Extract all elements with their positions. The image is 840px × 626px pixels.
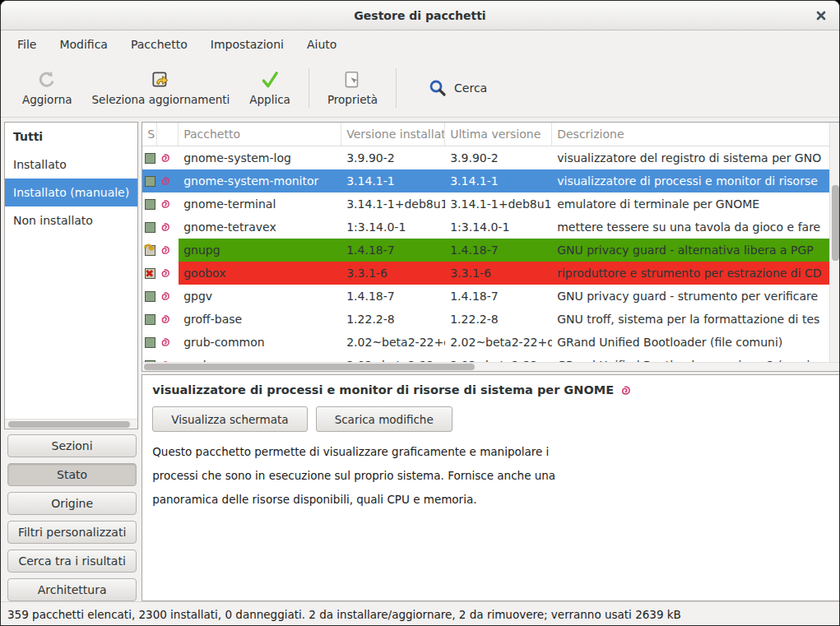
filter-horizontal-scrollbar[interactable]: [5, 419, 137, 429]
scrollbar-thumb[interactable]: [144, 364, 475, 370]
table-main: S Pacchetto Versione installata Ultima v…: [142, 123, 840, 362]
package-name-cell: gnome-terminal: [179, 192, 341, 216]
installed-version-cell: 1.4.18-7: [341, 285, 445, 308]
detail-buttons: Visualizza schermata Scarica modifiche: [152, 406, 830, 432]
description-line: processi che sono in esecuzione sul prop…: [152, 469, 830, 482]
menu-file[interactable]: File: [6, 33, 48, 56]
latest-version-cell: 1.22.2-8: [445, 308, 552, 331]
description-line: Questo pacchetto permette di visualizzar…: [152, 445, 830, 458]
table-row[interactable]: grub-pc 2.02~beta2-22+de 2.02~beta2-22+d…: [142, 354, 829, 362]
installed-version-cell: 1:3.14.0-1: [341, 216, 445, 239]
status-cell: [142, 169, 157, 192]
status-cell: [142, 331, 157, 354]
table-row[interactable]: grub-common 2.02~beta2-22+de 2.02~beta2-…: [142, 331, 829, 354]
properties-label: Proprietà: [327, 93, 378, 106]
table-row[interactable]: gnupg 1.4.18-7 1.4.18-7 GNU privacy guar…: [142, 239, 829, 262]
latest-version-cell: 3.3.1-6: [445, 262, 552, 285]
package-manager-window: Gestore di pacchetti File Modifica Pacch…: [0, 0, 840, 626]
get-screenshot-button[interactable]: Visualizza schermata: [152, 406, 307, 432]
filter-item-installato[interactable]: Installato: [5, 151, 137, 179]
sidebar-button-origine[interactable]: Origine: [7, 492, 137, 515]
filter-item-installato-manuale[interactable]: Installato (manuale): [5, 179, 137, 206]
status-cell: [142, 239, 157, 262]
table-horizontal-scrollbar[interactable]: [142, 362, 840, 371]
menu-modifica[interactable]: Modifica: [48, 33, 119, 56]
installed-version-cell: 2.02~beta2-22+de: [341, 331, 445, 354]
debian-swirl-icon: [159, 221, 170, 233]
status-cell: [142, 308, 157, 331]
latest-version-cell: 1:3.14.0-1: [445, 216, 552, 239]
right-column: S Pacchetto Versione installata Ultima v…: [142, 122, 840, 601]
filter-list: Tutti Installato Installato (manuale) No…: [5, 123, 137, 419]
package-status-icon: [145, 176, 155, 187]
installed-version-cell: 3.9.90-2: [341, 146, 445, 169]
sidebar-button-filtri-personalizzati[interactable]: Filtri personalizzati: [7, 521, 137, 544]
apply-label: Applica: [249, 93, 290, 106]
installed-version-cell: 1.4.18-7: [341, 239, 445, 262]
description-cell: emulatore di terminale per GNOME: [552, 192, 829, 216]
apply-check-icon: [259, 69, 281, 90]
table-row[interactable]: groff-base 1.22.2-8 1.22.2-8 GNU troff, …: [142, 308, 829, 331]
debian-swirl-icon: [159, 152, 170, 164]
reload-button[interactable]: Aggiorna: [12, 63, 82, 114]
search-button[interactable]: Cerca: [416, 72, 499, 104]
scrollbar-thumb[interactable]: [832, 185, 839, 261]
statusbar: 359 pacchetti elencati, 2300 installati,…: [1, 601, 839, 626]
debian-swirl-icon: [159, 267, 170, 279]
sidebar-button-architettura[interactable]: Architettura: [7, 578, 137, 601]
menu-impostazioni[interactable]: Impostazioni: [199, 33, 295, 56]
filter-item-non-installato[interactable]: Non installato: [5, 206, 137, 234]
installed-version-cell: 3.3.1-6: [341, 262, 445, 285]
table-row[interactable]: goobox 3.3.1-6 3.3.1-6 riproduttore e st…: [142, 262, 829, 285]
origin-cell: [157, 192, 179, 216]
menu-aiuto[interactable]: Aiuto: [295, 33, 348, 56]
mark-all-upgrades-button[interactable]: Seleziona aggiornamenti: [82, 63, 240, 114]
sidebar-buttons: Sezioni Stato Origine Filtri personalizz…: [4, 434, 138, 601]
titlebar: Gestore di pacchetti: [1, 1, 839, 30]
table-row[interactable]: gpgv 1.4.18-7 1.4.18-7 GNU privacy guard…: [142, 285, 829, 308]
column-header-status[interactable]: S: [142, 123, 157, 146]
column-header-pacchetto[interactable]: Pacchetto: [179, 123, 341, 146]
package-status-icon: [145, 199, 155, 210]
package-status-icon: [145, 337, 155, 348]
table-header: S Pacchetto Versione installata Ultima v…: [142, 123, 829, 146]
properties-button[interactable]: Proprietà: [318, 63, 388, 114]
properties-icon: [341, 69, 363, 90]
table-row[interactable]: gnome-terminal 3.14.1-1+deb8u1 3.14.1-1+…: [142, 192, 829, 216]
column-header-versione-installata[interactable]: Versione installata: [341, 123, 445, 146]
table-row[interactable]: gnome-system-log 3.9.90-2 3.9.90-2 visua…: [142, 146, 829, 169]
sidebar-button-cerca-risultati[interactable]: Cerca tra i risultati: [7, 549, 137, 573]
left-column: Tutti Installato Installato (manuale) No…: [4, 122, 138, 601]
package-name-cell: grub-pc: [179, 354, 341, 362]
package-name-cell: gpgv: [179, 285, 341, 308]
latest-version-cell: 1.4.18-7: [445, 239, 552, 262]
sidebar-button-sezioni[interactable]: Sezioni: [7, 434, 137, 457]
package-status-icon: [145, 314, 155, 325]
package-name-cell: gnome-system-monitor: [179, 169, 341, 192]
window-title: Gestore di pacchetti: [354, 9, 485, 22]
column-header-origin[interactable]: [157, 123, 179, 146]
filter-item-label: Installato: [13, 158, 67, 171]
description-cell: GRand Unified Bootloader, versione 2 (ve…: [552, 354, 829, 362]
table-row[interactable]: gnome-system-monitor 3.14.1-1 3.14.1-1 v…: [142, 169, 829, 192]
debian-swirl-icon: [159, 198, 170, 210]
scrollbar-thumb[interactable]: [8, 421, 130, 428]
status-cell: [142, 146, 157, 169]
menu-pacchetto[interactable]: Pacchetto: [119, 33, 199, 56]
table-row[interactable]: gnome-tetravex 1:3.14.0-1 1:3.14.0-1 met…: [142, 216, 829, 239]
apply-button[interactable]: Applica: [239, 63, 300, 114]
toolbar: Aggiorna Seleziona aggiornamenti Applica: [1, 58, 839, 118]
column-header-ultima-versione[interactable]: Ultima versione: [445, 123, 552, 146]
package-detail-panel: visualizzatore di processi e monitor di …: [142, 374, 840, 601]
status-cell: [142, 262, 157, 285]
description-cell: GNU privacy guard - strumento per verifi…: [552, 285, 829, 308]
filter-item-tutti[interactable]: Tutti: [5, 123, 137, 151]
get-changelog-button[interactable]: Scarica modifiche: [316, 406, 452, 432]
table-vertical-scrollbar[interactable]: [829, 123, 840, 362]
package-status-icon: [145, 291, 155, 302]
sidebar-button-stato[interactable]: Stato: [7, 463, 137, 486]
package-status-icon: [145, 153, 155, 164]
status-cell: [142, 216, 157, 239]
close-icon[interactable]: [814, 9, 828, 22]
column-header-descrizione[interactable]: Descrizione: [552, 123, 829, 146]
